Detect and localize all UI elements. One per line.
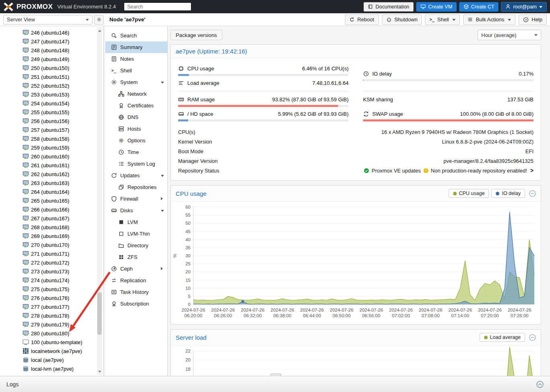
tree-item-277-ubuntu177[interactable]: 277 (ubuntu177) [0,302,96,311]
nav-item-lvm-thin[interactable]: LVM-Thin [105,228,167,240]
nav-item-dns[interactable]: DNS [105,111,167,123]
tree-item-280-ubuntu180[interactable]: 280 (ubuntu180) [0,329,96,338]
tree-item-264-ubuntu164[interactable]: 264 (ubuntu164) [0,187,96,196]
tree-item-255-ubuntu155[interactable]: 255 (ubuntu155) [0,108,96,117]
nav-item-updates[interactable]: Updates [105,170,167,181]
tree-item-265-ubuntu165[interactable]: 265 (ubuntu165) [0,196,96,205]
tree-item-254-ubuntu154[interactable]: 254 (ubuntu154) [0,99,96,108]
nav-item-ceph[interactable]: Ceph [105,263,167,275]
nav-item-firewall[interactable]: Firewall [105,193,167,205]
tree-item-252-ubuntu152[interactable]: 252 (ubuntu152) [0,81,96,90]
tree-scrollbar[interactable] [97,27,102,375]
tree-item-256-ubuntu156[interactable]: 256 (ubuntu156) [0,117,96,125]
nav-item-system[interactable]: System [105,76,167,88]
tree-scrollbar-thumb[interactable] [97,292,102,335]
nav-item-notes[interactable]: Notes [105,53,167,65]
shell-button[interactable]: >_ Shell [425,14,460,25]
tree-item-246-ubuntu146[interactable]: 246 (ubuntu146) [0,28,96,37]
tree-item-266-ubuntu166[interactable]: 266 (ubuntu166) [0,205,96,214]
tree-item-263-ubuntu163[interactable]: 263 (ubuntu163) [0,179,96,187]
nav-item-time[interactable]: Time [105,146,167,158]
tree-item-250-ubuntu150[interactable]: 250 (ubuntu150) [0,64,96,72]
help-button[interactable]: ? Help [519,14,547,25]
nav-item-certificates[interactable]: Certificates [105,100,167,111]
tree-item-267-ubuntu167[interactable]: 267 (ubuntu167) [0,214,96,223]
shutdown-button[interactable]: Shutdown [382,14,422,25]
nav-item-subscription[interactable]: Subscription [105,298,167,310]
create-ct-button[interactable]: Create CT [459,2,499,12]
nav-item-network[interactable]: Network [105,88,167,100]
legend-load-average[interactable]: Load average [480,333,525,342]
tree-item-273-ubuntu173[interactable]: 273 (ubuntu173) [0,267,96,276]
tree-item-259-ubuntu159[interactable]: 259 (ubuntu159) [0,143,96,152]
scroll-up-icon[interactable] [97,27,102,33]
nav-item-summary[interactable]: Summary [105,41,167,53]
collapse-panel-icon[interactable] [529,190,536,197]
tree-item-276-ubuntu176[interactable]: 276 (ubuntu176) [0,293,96,302]
tree-item-253-ubuntu153[interactable]: 253 (ubuntu153) [0,90,96,99]
tree-item-248-ubuntu148[interactable]: 248 (ubuntu148) [0,46,96,55]
tree-item-268-ubuntu168[interactable]: 268 (ubuntu168) [0,223,96,232]
tree-item-262-ubuntu162[interactable]: 262 (ubuntu162) [0,170,96,179]
vm-icon [23,162,29,168]
bulk-actions-button[interactable]: Bulk Actions [463,14,515,25]
nav-item-disks[interactable]: Disks [105,205,167,216]
vm-icon [23,65,29,71]
nav-item-options[interactable]: Options [105,135,167,146]
package-versions-button[interactable]: Package versions [170,30,222,40]
tree-settings-button[interactable] [94,15,104,25]
chevron-right-icon[interactable]: > [530,167,534,174]
expand-logs-icon[interactable] [536,381,544,388]
svg-text:07:14:00: 07:14:00 [451,313,469,318]
documentation-button[interactable]: Documentation [363,2,414,12]
chevron-down-icon [161,82,164,85]
nav-item-repositories[interactable]: Repositories [105,181,167,193]
tree-item-100-ubuntu-template[interactable]: 100 (ubuntu-template) [0,338,96,347]
nav-item-lvm[interactable]: LVM [105,216,167,228]
tree-item-275-ubuntu175[interactable]: 275 (ubuntu175) [0,285,96,293]
tree-item-247-ubuntu147[interactable]: 247 (ubuntu147) [0,37,96,46]
tree-item-271-ubuntu171[interactable]: 271 (ubuntu171) [0,249,96,258]
logs-resize-handle[interactable] [270,374,281,376]
global-search-input[interactable] [124,2,191,11]
timeframe-select[interactable]: Hour (average) [478,30,541,40]
tree-item-279-ubuntu179[interactable]: 279 (ubuntu179) [0,320,96,329]
logs-bar[interactable]: Logs [0,376,550,392]
tree-item-249-ubuntu149[interactable]: 249 (ubuntu149) [0,55,96,64]
nav-item-hosts[interactable]: Hosts [105,123,167,135]
tree-item-258-ubuntu158[interactable]: 258 (ubuntu158) [0,134,96,143]
view-mode-select[interactable]: Server View [3,15,92,25]
collapse-panel-icon[interactable] [529,334,536,341]
create-vm-button[interactable]: Create VM [416,2,457,12]
tree-item-localnetwork-ae7pve[interactable]: localnetwork (ae7pve) [0,347,96,355]
vm-icon [23,330,29,337]
svg-text:06:38:00: 06:38:00 [273,313,291,318]
tree-item-274-ubuntu174[interactable]: 274 (ubuntu174) [0,276,96,285]
nav-item-directory[interactable]: Directory [105,240,167,251]
nav-item-system-log[interactable]: System Log [105,158,167,170]
tree-item-261-ubuntu161[interactable]: 261 (ubuntu161) [0,161,96,170]
svg-text:2024-07-26: 2024-07-26 [478,308,502,312]
tree-item-local-ae7pve[interactable]: local (ae7pve) [0,355,96,364]
user-icon [505,4,511,9]
tree-item-260-ubuntu160[interactable]: 260 (ubuntu160) [0,152,96,161]
tree-item-272-ubuntu172[interactable]: 272 (ubuntu172) [0,258,96,267]
progress-bar-hd-space [178,119,349,121]
nav-item-task-history[interactable]: Task History [105,286,167,298]
nav-item-zfs[interactable]: ZFS [105,251,167,263]
user-menu-button[interactable]: root@pam [501,2,547,12]
tree-item-269-ubuntu169[interactable]: 269 (ubuntu169) [0,232,96,240]
tree-item-251-ubuntu151[interactable]: 251 (ubuntu151) [0,72,96,81]
scroll-down-icon[interactable] [97,369,102,375]
nav-item-shell[interactable]: >_Shell [105,65,167,76]
tree-item-278-ubuntu178[interactable]: 278 (ubuntu178) [0,311,96,320]
legend-cpu-usage[interactable]: CPU usage [449,189,489,198]
legend-io-delay[interactable]: IO delay [491,189,525,198]
tree-item-270-ubuntu170[interactable]: 270 (ubuntu170) [0,240,96,249]
tree-item-257-ubuntu157[interactable]: 257 (ubuntu157) [0,125,96,134]
nav-item-replication[interactable]: Replication [105,275,167,286]
nav-item-search[interactable]: Search [105,30,167,41]
reboot-button[interactable]: Reboot [345,14,379,25]
tree-item-local-lvm-ae7pve[interactable]: local-lvm (ae7pve) [0,364,96,373]
gear-icon [96,17,102,22]
